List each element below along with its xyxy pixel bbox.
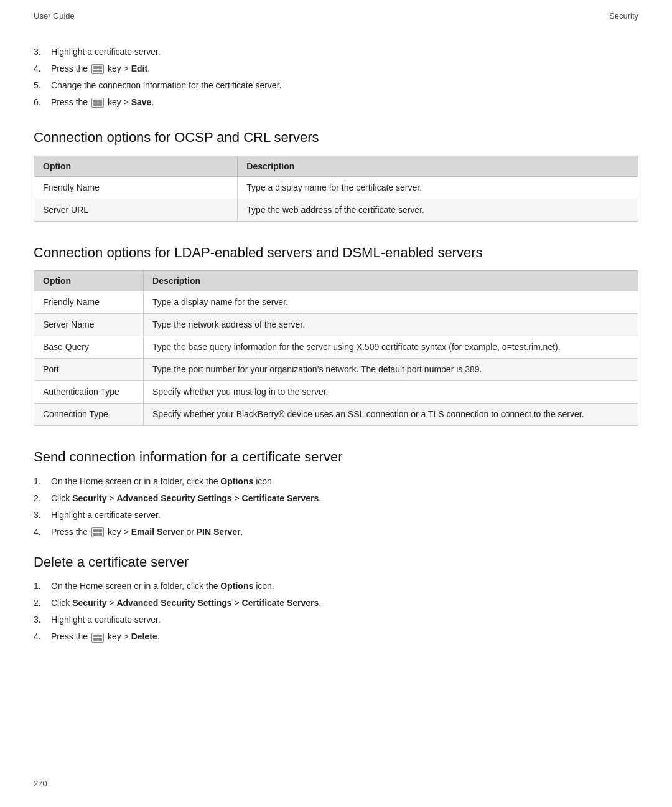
step-num: 4. <box>34 630 51 643</box>
table2-row: Base QueryType the base query informatio… <box>34 336 638 359</box>
page-content: 3. Highlight a certificate server. 4. Pr… <box>0 27 672 696</box>
table2-col-option: Option <box>34 271 144 291</box>
step-num: 3. <box>34 613 51 626</box>
table1-col-description: Description <box>238 156 638 176</box>
table1-row: Server URLType the web address of the ce… <box>34 199 638 221</box>
step-num-5: 5. <box>34 79 51 92</box>
section2-title: Connection options for LDAP-enabled serv… <box>34 244 638 262</box>
page-header: User Guide Security <box>0 0 672 27</box>
intro-step-6: 6. Press the key > Save. <box>34 96 638 109</box>
menu-key-icon-2 <box>91 98 104 108</box>
table1-row: Friendly NameType a display name for the… <box>34 176 638 199</box>
step-num: 1. <box>34 475 51 488</box>
page-number: 270 <box>34 779 47 788</box>
table2-option-cell: Friendly Name <box>34 291 144 314</box>
step-num: 1. <box>34 580 51 593</box>
header-right: Security <box>609 11 638 21</box>
step-num: 2. <box>34 492 51 505</box>
section3-step-4: 4. Press the key > Email Server or PIN S… <box>34 526 638 539</box>
intro-step-5: 5. Change the connection information for… <box>34 79 638 92</box>
section3-step-3: 3. Highlight a certificate server. <box>34 509 638 522</box>
table2-desc-cell: Type a display name for the server. <box>144 291 638 314</box>
table2-option-cell: Base Query <box>34 336 144 359</box>
section4-step-1: 1. On the Home screen or in a folder, cl… <box>34 580 638 593</box>
step-text: Click Security > Advanced Security Setti… <box>51 597 321 610</box>
page-footer: 270 <box>34 779 47 788</box>
section3-step-2: 2. Click Security > Advanced Security Se… <box>34 492 638 505</box>
table2-option-cell: Connection Type <box>34 404 144 426</box>
step-text: On the Home screen or in a folder, click… <box>51 475 274 488</box>
section1-table: Option Description Friendly NameType a d… <box>34 156 638 222</box>
table2-row: Server NameType the network address of t… <box>34 314 638 336</box>
step-text-3: Highlight a certificate server. <box>51 45 161 59</box>
table1-col-option: Option <box>34 156 238 176</box>
step-text: Highlight a certificate server. <box>51 509 161 522</box>
table2-desc-cell: Type the port number for your organizati… <box>144 359 638 381</box>
step-num-3: 3. <box>34 45 51 59</box>
step-text: Click Security > Advanced Security Setti… <box>51 492 321 505</box>
section1-title: Connection options for OCSP and CRL serv… <box>34 129 638 147</box>
section3-title: Send connection information for a certif… <box>34 448 638 466</box>
table2-desc-cell: Specify whether your BlackBerry® device … <box>144 404 638 426</box>
table1-option-cell: Server URL <box>34 199 238 221</box>
table1-header-row: Option Description <box>34 156 638 176</box>
table2-col-description: Description <box>144 271 638 291</box>
section4-step-3: 3. Highlight a certificate server. <box>34 613 638 626</box>
table1-desc-cell: Type a display name for the certificate … <box>238 176 638 199</box>
step-text: Press the key > Delete. <box>51 630 160 643</box>
intro-step-3: 3. Highlight a certificate server. <box>34 45 638 59</box>
step-text: Highlight a certificate server. <box>51 613 161 626</box>
table2-row: Connection TypeSpecify whether your Blac… <box>34 404 638 426</box>
intro-steps: 3. Highlight a certificate server. 4. Pr… <box>34 45 638 109</box>
step-text-5: Change the connection information for th… <box>51 79 281 92</box>
table2-desc-cell: Specify whether you must log in to the s… <box>144 381 638 404</box>
menu-key-icon-4 <box>91 633 104 643</box>
table2-row: PortType the port number for your organi… <box>34 359 638 381</box>
table2-option-cell: Authentication Type <box>34 381 144 404</box>
step-num: 2. <box>34 597 51 610</box>
step-text-4: Press the key > Edit. <box>51 62 150 75</box>
section3-step-1: 1. On the Home screen or in a folder, cl… <box>34 475 638 488</box>
step-text: Press the key > Email Server or PIN Serv… <box>51 526 243 539</box>
menu-key-icon-3 <box>91 527 104 537</box>
header-left: User Guide <box>34 11 75 21</box>
table2-row: Authentication TypeSpecify whether you m… <box>34 381 638 404</box>
section2-table: Option Description Friendly NameType a d… <box>34 270 638 426</box>
section4-steps: 1. On the Home screen or in a folder, cl… <box>34 580 638 643</box>
table2-option-cell: Port <box>34 359 144 381</box>
menu-key-icon <box>91 64 104 74</box>
step-text: On the Home screen or in a folder, click… <box>51 580 274 593</box>
table1-option-cell: Friendly Name <box>34 176 238 199</box>
step-num: 4. <box>34 526 51 539</box>
intro-step-4: 4. Press the key > Edit. <box>34 62 638 75</box>
table2-option-cell: Server Name <box>34 314 144 336</box>
table2-header-row: Option Description <box>34 271 638 291</box>
step-num-6: 6. <box>34 96 51 109</box>
section4-step-2: 2. Click Security > Advanced Security Se… <box>34 597 638 610</box>
step-text-6: Press the key > Save. <box>51 96 154 109</box>
section4-step-4: 4. Press the key > Delete. <box>34 630 638 643</box>
table1-desc-cell: Type the web address of the certificate … <box>238 199 638 221</box>
section4-title: Delete a certificate server <box>34 554 638 572</box>
section3-steps: 1. On the Home screen or in a folder, cl… <box>34 475 638 539</box>
table2-row: Friendly NameType a display name for the… <box>34 291 638 314</box>
step-num: 3. <box>34 509 51 522</box>
table2-desc-cell: Type the base query information for the … <box>144 336 638 359</box>
table2-desc-cell: Type the network address of the server. <box>144 314 638 336</box>
step-num-4: 4. <box>34 62 51 75</box>
